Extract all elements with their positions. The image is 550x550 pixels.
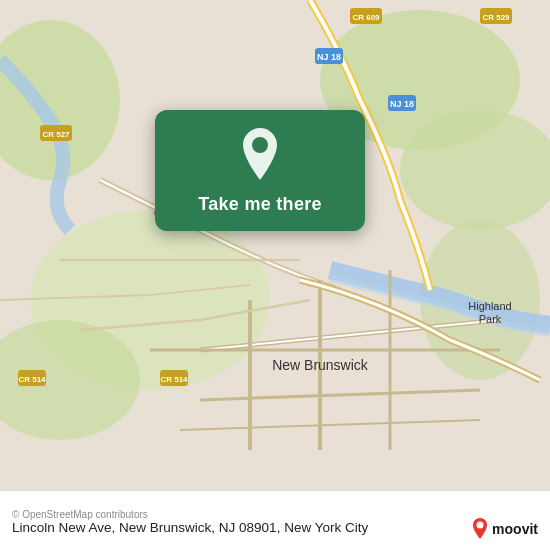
card-overlay: Take me there bbox=[155, 110, 365, 231]
svg-text:New Brunswick: New Brunswick bbox=[272, 357, 369, 373]
map-container: NJ 18 NJ 18 CR 529 CR 609 CR 527 CR 514 … bbox=[0, 0, 550, 490]
address-line: Lincoln New Ave, New Brunswick, NJ 08901… bbox=[12, 520, 538, 535]
moovit-logo: moovit bbox=[471, 518, 538, 540]
svg-text:CR 514: CR 514 bbox=[18, 375, 46, 384]
svg-text:CR 527: CR 527 bbox=[42, 130, 70, 139]
svg-point-26 bbox=[477, 522, 484, 529]
svg-text:CR 529: CR 529 bbox=[482, 13, 510, 22]
osm-attribution: © OpenStreetMap contributors bbox=[12, 509, 538, 520]
svg-text:NJ 18: NJ 18 bbox=[317, 52, 341, 62]
bottom-bar: © OpenStreetMap contributors Lincoln New… bbox=[0, 490, 550, 550]
map-background: NJ 18 NJ 18 CR 529 CR 609 CR 527 CR 514 … bbox=[0, 0, 550, 490]
svg-point-25 bbox=[252, 137, 268, 153]
svg-text:NJ 18: NJ 18 bbox=[390, 99, 414, 109]
svg-text:Highland: Highland bbox=[468, 300, 511, 312]
take-me-there-button[interactable]: Take me there bbox=[198, 194, 322, 215]
location-pin-icon bbox=[236, 128, 284, 184]
svg-text:Park: Park bbox=[479, 313, 502, 325]
moovit-pin-icon bbox=[471, 518, 489, 540]
moovit-brand-text: moovit bbox=[492, 521, 538, 537]
svg-text:CR 609: CR 609 bbox=[352, 13, 380, 22]
svg-text:CR 514: CR 514 bbox=[160, 375, 188, 384]
